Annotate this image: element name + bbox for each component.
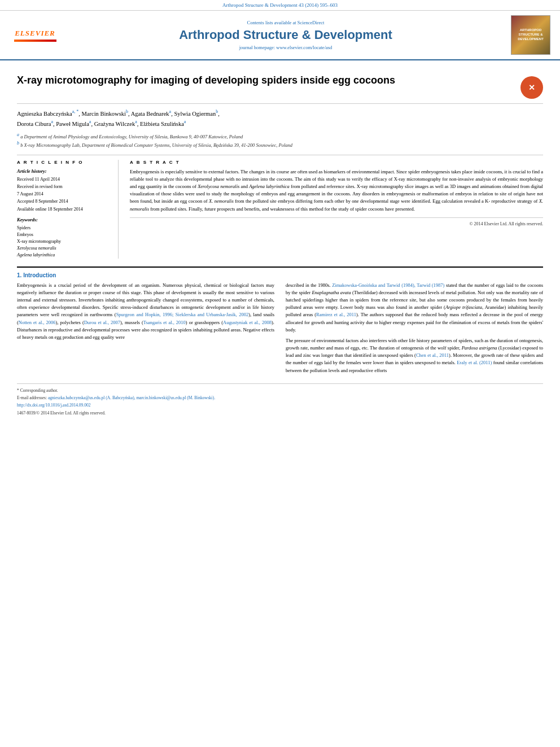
journal-homepage: journal homepage: www.elsevier.com/locat… xyxy=(63,45,508,50)
author-binkowski: Marcin Binkowski xyxy=(82,111,126,117)
journal-thumbnail-area: ARTHROPOD STRUCTURE & DEVELOPMENT xyxy=(508,15,553,55)
species-agelena: Agelena labyrinthica xyxy=(249,184,290,189)
ref-augustyniak[interactable]: Augustyniak et al., 2008 xyxy=(223,320,272,325)
doi-link[interactable]: http://dx.doi.org/10.1016/j.asd.2014.09.… xyxy=(17,403,91,408)
authors-line: Agnieszka Babczyńskaa, *, Marcin Binkows… xyxy=(17,108,543,129)
ref-notten[interactable]: Notten et al., 2006 xyxy=(19,320,56,325)
elsevier-logo: ELSEVIER xyxy=(15,29,55,38)
ref-chen[interactable]: Chen et al., 2011 xyxy=(416,352,449,358)
author-babczynska: Agnieszka Babczyńska xyxy=(17,111,72,117)
article-info-column: A R T I C L E I N F O Article history: R… xyxy=(17,160,119,259)
section-number: 1. xyxy=(17,272,21,278)
copyright-line: © 2014 Elsevier Ltd. All rights reserved… xyxy=(130,217,543,226)
journal-citation: Arthropod Structure & Development 43 (20… xyxy=(222,2,338,8)
publisher-logo-area: ELSEVIER xyxy=(7,29,63,42)
top-journal-bar: Arthropod Structure & Development 43 (20… xyxy=(0,0,560,11)
introduction-section: 1. Introduction Embryogenesis is a cruci… xyxy=(17,267,543,378)
author-wilczek: Grażyna Wilczek xyxy=(94,121,135,127)
section-title: 1. Introduction xyxy=(17,272,543,278)
keyword-agelena: Agelena labyrinthica xyxy=(17,252,111,259)
intro-paragraph-right-2: The pressure of environmental factors al… xyxy=(286,337,543,374)
history-revised-date: 7 August 2014 xyxy=(17,191,111,197)
article-info-abstract: A R T I C L E I N F O Article history: R… xyxy=(17,155,543,259)
species-argiope: Argiope trifasciata xyxy=(445,304,482,310)
crossmark-badge[interactable]: ✕ xyxy=(520,76,543,99)
section-title-text: Introduction xyxy=(23,272,56,278)
journal-cover-thumbnail: ARTHROPOD STRUCTURE & DEVELOPMENT xyxy=(511,15,550,55)
author-migula: Paweł Migula xyxy=(56,121,89,127)
species-xnemoralis2: X. nemoralis xyxy=(130,198,543,211)
article-title: X-ray microtomography for imaging of dev… xyxy=(17,74,515,87)
species-enaplagnatha: Enaplagnatha avata xyxy=(312,290,351,295)
doi-line: http://dx.doi.org/10.1016/j.asd.2014.09.… xyxy=(17,402,543,408)
abstract-column: A B S T R A C T Embryogenesis is especia… xyxy=(130,160,543,259)
affiliation-b: b b X-ray Microtomography Lab, Departmen… xyxy=(17,140,543,149)
author-szulinska: Elżbieta Szulińska xyxy=(140,121,184,127)
ref-ramirez[interactable]: Ramirez et al., 2011 xyxy=(316,312,356,317)
ref-zimakowska[interactable]: Zimakowska-Gnoińska and Tarwid (1984), T… xyxy=(332,282,444,288)
article-title-section: X-ray microtomography for imaging of dev… xyxy=(17,66,543,104)
ref-eraly[interactable]: Eraly et al. (2011) xyxy=(457,360,492,365)
species-xnemoralis: X. nemoralis xyxy=(209,198,234,204)
issn-line: 1467-8039/© 2014 Elsevier Ltd. All right… xyxy=(17,410,543,416)
ref-spurgeon[interactable]: Spurgeon and Hopkin, 1996; Sieklerska an… xyxy=(116,312,249,317)
header-center: Contents lists available at ScienceDirec… xyxy=(63,20,508,50)
corresponding-author-note: * Corresponding author. xyxy=(17,387,543,394)
intro-paragraph-right-1: described in the 1980s. Zimakowska-Gnoiń… xyxy=(286,282,543,334)
history-label: Article history: xyxy=(17,168,111,174)
email-addresses[interactable]: agnieszka.babczynska@us.edu.pl (A. Babcz… xyxy=(48,395,215,400)
ref-durou[interactable]: Durou et al., 2007 xyxy=(84,320,120,325)
intro-left-column: Embryogenesis is a crucial period of the… xyxy=(17,282,274,378)
svg-text:✕: ✕ xyxy=(528,83,535,92)
keyword-embryos: Embryos xyxy=(17,231,111,238)
keyword-xray: X-ray microtomography xyxy=(17,238,111,245)
intro-right-column: described in the 1980s. Zimakowska-Gnoiń… xyxy=(286,282,543,378)
history-online: Available online 18 September 2014 xyxy=(17,206,111,212)
species-xerolycosa: Xerolycosa nemoralis xyxy=(198,184,239,189)
article-info-heading: A R T I C L E I N F O xyxy=(17,160,111,165)
footer-section: * Corresponding author. E-mail addresses… xyxy=(17,383,543,416)
journal-title: Arthropod Structure & Development xyxy=(63,28,508,42)
abstract-heading: A B S T R A C T xyxy=(130,160,543,165)
main-content: X-ray microtomography for imaging of dev… xyxy=(0,60,560,423)
elsevier-color-bar xyxy=(14,40,56,42)
introduction-body: Embryogenesis is a crucial period of the… xyxy=(17,282,543,378)
history-received: Received 11 April 2014 xyxy=(17,176,111,182)
author-cibura: Dorota Cibura xyxy=(17,121,51,127)
affiliations: a a Department of Animal Physiology and … xyxy=(17,132,543,149)
abstract-text: Embryogenesis is especially sensitive to… xyxy=(130,168,543,213)
history-revised-label: Received in revised form xyxy=(17,184,111,190)
ref-tsangaris[interactable]: Tsangaris et al., 2010 xyxy=(143,320,186,325)
affiliation-a: a a Department of Animal Physiology and … xyxy=(17,132,543,141)
species-pardosa: Pardosa astrigena xyxy=(462,345,497,351)
intro-paragraph-1: Embryogenesis is a crucial period of the… xyxy=(17,282,274,341)
email-footer: E-mail addresses: agnieszka.babczynska@u… xyxy=(17,395,543,401)
sciencedirect-text: Contents lists available at ScienceDirec… xyxy=(63,20,508,25)
keywords-label: Keywords: xyxy=(17,217,111,222)
author-ogierman: Sylwia Ogierman xyxy=(174,111,216,117)
keyword-spiders: Spiders xyxy=(17,225,111,231)
journal-header: ELSEVIER Contents lists available at Sci… xyxy=(0,11,560,60)
history-accepted: Accepted 8 September 2014 xyxy=(17,198,111,204)
keyword-xerolycosa: Xerolycosa nemoralis xyxy=(17,245,111,252)
author-bednarek: Agata Bednarek xyxy=(131,111,169,117)
